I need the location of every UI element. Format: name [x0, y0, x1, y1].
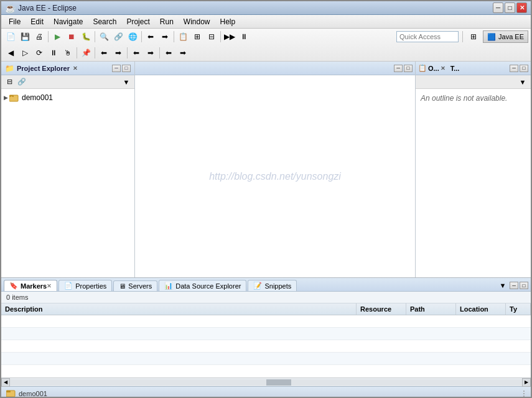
status-dots	[523, 391, 525, 397]
outline-toolbar: ▼	[416, 75, 531, 89]
scroll-right[interactable]: ▶	[522, 378, 531, 387]
tb-forward[interactable]: ➡	[158, 30, 172, 44]
project-explorer-toolbar: ⊟ 🔗 ▼	[1, 75, 134, 89]
properties-label: Properties	[75, 282, 106, 290]
tb2-pause[interactable]: ⏸	[47, 46, 60, 60]
toolbar-area: 📄 💾 🖨 ▶ ⏹ 🐛 🔍 🔗 🌐 ⬅ ➡ 📋 ⊞ ⊟ ▶▶ ⏸ ⊞ 🟦 Jav…	[1, 29, 531, 62]
markers-tab-close[interactable]: ✕	[47, 283, 52, 289]
tb2-back[interactable]: ◀	[4, 46, 17, 60]
project-explorer-close[interactable]: ✕	[71, 64, 80, 73]
close-button[interactable]: ✕	[516, 2, 527, 13]
menu-help[interactable]: Help	[215, 16, 241, 27]
col-location: Location	[456, 303, 506, 315]
tb-run2[interactable]: ⏹	[65, 30, 78, 44]
tb-save[interactable]: 💾	[18, 30, 32, 44]
menu-run[interactable]: Run	[155, 16, 179, 27]
scroll-thumb[interactable]	[266, 379, 291, 386]
status-icon	[6, 388, 16, 399]
tb-search[interactable]: 🔍	[97, 30, 111, 44]
outline-panel: 📋 O... ✕ T... ─ □ ▼ An outline is not av…	[416, 62, 531, 277]
toolbar-row-1: 📄 💾 🖨 ▶ ⏹ 🐛 🔍 🔗 🌐 ⬅ ➡ 📋 ⊞ ⊟ ▶▶ ⏸ ⊞ 🟦 Jav…	[1, 29, 531, 45]
project-explorer-content[interactable]: ▶ demo001	[1, 89, 134, 277]
project-icon-demo001	[9, 93, 19, 103]
tb-sep-4	[174, 31, 174, 42]
tb-run[interactable]: ▶	[50, 30, 64, 44]
table-row-3	[1, 340, 531, 353]
outline-minimize-btn[interactable]: ─	[510, 65, 518, 72]
menu-window[interactable]: Window	[179, 16, 215, 27]
tb-extra3[interactable]: ⊟	[205, 30, 218, 44]
bottom-win-btns: ▼ ─ □	[497, 280, 528, 291]
editor-minimize-btn[interactable]: ─	[394, 65, 403, 72]
minimize-button[interactable]: ─	[493, 2, 503, 13]
tb-ref[interactable]: 🔗	[111, 30, 125, 44]
editor-win-btns: ─ □	[394, 65, 413, 72]
tab-snippets[interactable]: 📝 Snippets	[248, 280, 297, 291]
bottom-minimize-btn[interactable]: ─	[510, 282, 518, 289]
outline-close-x[interactable]: ✕	[441, 65, 446, 72]
tab-properties[interactable]: 📄 Properties	[58, 280, 112, 291]
pe-collapse-all[interactable]: ⊟	[4, 76, 15, 88]
markers-label: Markers	[21, 282, 47, 290]
menu-file[interactable]: File	[4, 16, 26, 27]
editor-header: ─ □	[135, 62, 415, 75]
properties-icon: 📄	[64, 282, 73, 290]
tb-extra5[interactable]: ⏸	[237, 30, 251, 44]
tb-sep-1	[48, 31, 49, 42]
tree-item-demo001[interactable]: ▶ demo001	[1, 91, 134, 104]
outline-short-title[interactable]: O...	[428, 65, 439, 72]
pe-view-menu[interactable]: ▼	[121, 76, 132, 88]
tb-new[interactable]: 📄	[4, 30, 17, 44]
scroll-left[interactable]: ◀	[1, 378, 10, 387]
tb2-nav5[interactable]: ⬅	[162, 46, 175, 60]
perspective-icon: 🟦	[487, 33, 496, 41]
tb-back[interactable]: ⬅	[144, 30, 157, 44]
tb2-nav1[interactable]: ⬅	[97, 46, 111, 60]
menu-edit[interactable]: Edit	[26, 16, 49, 27]
tb-extra2[interactable]: ⊞	[190, 30, 204, 44]
perspective-button[interactable]: 🟦 Java EE	[483, 30, 528, 43]
tb2-nav3[interactable]: ⬅	[129, 46, 143, 60]
main-content: 📁 Project Explorer ✕ ─ □ ⊟ 🔗 ▼ ▶	[1, 62, 531, 386]
tb-extra1[interactable]: 📋	[176, 30, 190, 44]
tab-servers[interactable]: 🖥 Servers	[113, 280, 157, 291]
tb2-nav2[interactable]: ➡	[111, 46, 125, 60]
maximize-button[interactable]: □	[505, 2, 515, 13]
menu-project[interactable]: Project	[121, 16, 154, 27]
title-bar: ☕ Java EE - Eclipse ─ □ ✕	[1, 1, 531, 15]
editor-area: ─ □ http://blog.csdn.net/yunsongzi	[135, 62, 416, 277]
tb2-refresh[interactable]: ⟳	[32, 46, 46, 60]
snippets-label: Snippets	[264, 282, 291, 290]
tab-markers[interactable]: 🔖 Markers ✕	[4, 280, 57, 291]
open-perspective-icon[interactable]: ⊞	[467, 30, 480, 44]
tb2-nav4[interactable]: ➡	[144, 46, 157, 60]
tb2-cursor[interactable]: 🖱	[61, 46, 75, 60]
qa-sep	[462, 31, 463, 42]
tb-extra4[interactable]: ▶▶	[223, 30, 236, 44]
tb-web[interactable]: 🌐	[126, 30, 139, 44]
editor-maximize-btn[interactable]: □	[404, 65, 413, 72]
col-description: Description	[1, 303, 357, 315]
svg-rect-4	[6, 391, 11, 392]
tab-datasource[interactable]: 📊 Data Source Explorer	[159, 280, 246, 291]
outline-view-menu[interactable]: ▼	[517, 76, 528, 88]
bottom-maximize-btn[interactable]: □	[520, 282, 528, 289]
scroll-track[interactable]	[10, 379, 522, 386]
status-project-name: demo001	[19, 390, 47, 397]
tb-print[interactable]: 🖨	[32, 30, 46, 44]
tb2-pin[interactable]: 📌	[79, 46, 93, 60]
menu-search[interactable]: Search	[88, 16, 121, 27]
pe-minimize-btn[interactable]: ─	[112, 65, 121, 72]
pe-link[interactable]: 🔗	[16, 76, 27, 88]
pe-maximize-btn[interactable]: □	[122, 65, 131, 72]
bottom-view-menu[interactable]: ▼	[497, 280, 508, 291]
bottom-scrollbar[interactable]: ◀ ▶	[1, 377, 531, 386]
quick-access-input[interactable]	[396, 31, 459, 42]
tree-label-demo001: demo001	[22, 93, 53, 102]
outline-tab2[interactable]: T...	[450, 65, 460, 72]
menu-navigate[interactable]: Navigate	[49, 16, 88, 27]
tb2-forward[interactable]: ▷	[18, 46, 32, 60]
tb-debug[interactable]: 🐛	[79, 30, 93, 44]
tb2-nav6[interactable]: ➡	[176, 46, 190, 60]
outline-maximize-btn[interactable]: □	[520, 65, 528, 72]
